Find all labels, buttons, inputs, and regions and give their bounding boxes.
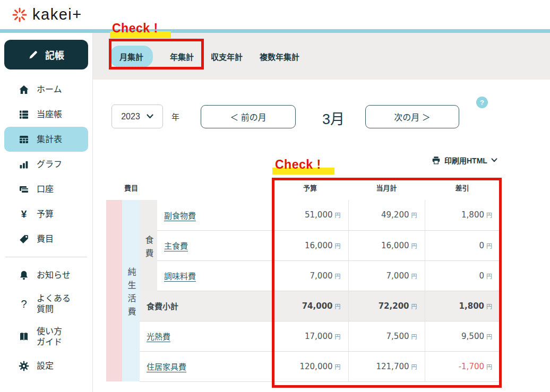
sidebar-item-news[interactable]: お知らせ xyxy=(4,263,88,288)
ledger-icon xyxy=(18,109,30,120)
sidebar-item-label: 費目 xyxy=(37,234,54,245)
header-accent-line xyxy=(0,29,550,33)
entry-button[interactable]: 記帳 xyxy=(4,40,88,69)
sidebar-item-accounts[interactable]: 口座 xyxy=(4,177,88,202)
column-header-budget: 予算 xyxy=(272,175,348,200)
subtotal-row: 食費小計 74,000円 72,200円 1,800円 xyxy=(106,291,500,321)
sidebar-item-budget[interactable]: ¥ 予算 xyxy=(4,202,88,227)
subgroup-label-cell: 食費 xyxy=(140,200,157,291)
print-html-label: 印刷用HTML xyxy=(444,155,487,165)
item-link[interactable]: 光熱費 xyxy=(147,332,170,341)
sidebar-item-label: よくある質問 xyxy=(37,293,71,315)
table-row: 純生活費 食費 副食物費 51,000円 49,200円 1,800円 xyxy=(106,200,500,230)
column-header-item: 費目 xyxy=(106,175,272,200)
sidebar-item-label: 使い方ガイド xyxy=(37,326,62,347)
bar-chart-icon xyxy=(18,159,30,170)
sidebar-item-label: 集計表 xyxy=(37,134,62,145)
subtotal-label: 食費小計 xyxy=(140,291,272,321)
item-link[interactable]: 主食費 xyxy=(164,241,188,250)
sidebar-item-label: グラフ xyxy=(37,159,62,170)
pencil-icon xyxy=(28,49,39,60)
item-link[interactable]: 住居家具費 xyxy=(147,362,186,371)
column-header-month-total: 当月計 xyxy=(348,175,425,200)
sidebar-item-settings[interactable]: 設定 xyxy=(4,353,88,378)
app-logo[interactable]: kakei+ xyxy=(12,6,82,23)
table-icon xyxy=(18,134,30,145)
item-link[interactable]: 副食物費 xyxy=(164,211,196,220)
subgroup-label: 食費 xyxy=(142,236,155,262)
app-page: kakei+ 記帳 ホーム xyxy=(0,0,550,392)
year-select[interactable]: 2023 xyxy=(111,104,163,128)
group-strip-pink xyxy=(106,200,122,381)
prev-month-button[interactable]: ＜ 前の月 xyxy=(201,105,296,128)
table-row: 住居家具費 120,000円 121,700円 -1,700円 xyxy=(106,351,500,381)
entry-button-label: 記帳 xyxy=(45,48,64,62)
tab-yearly-summary[interactable]: 年集計 xyxy=(170,46,194,67)
sidebar-item-summary-table[interactable]: 集計表 xyxy=(4,127,88,152)
item-link[interactable]: 調味料費 xyxy=(164,272,196,281)
sidebar: 記帳 ホーム 当座帳 xyxy=(0,33,93,392)
next-month-button[interactable]: 次の月 ＞ xyxy=(365,105,459,128)
yen-icon: ¥ xyxy=(18,209,30,219)
tab-monthly-summary[interactable]: 月集計 xyxy=(110,46,153,67)
summary-tabs: 月集計 年集計 収支年計 複数年集計 xyxy=(93,33,550,80)
tab-multi-year-summary[interactable]: 複数年集計 xyxy=(260,46,299,67)
year-select-value: 2023 xyxy=(121,112,140,121)
table-row: 調味料費 7,000円 7,000円 0円 xyxy=(106,260,500,291)
cards-icon xyxy=(18,184,30,195)
sidebar-divider xyxy=(5,257,87,257)
bell-icon xyxy=(18,270,30,281)
app-header: kakei+ xyxy=(0,0,550,29)
sidebar-item-graph[interactable]: グラフ xyxy=(4,152,88,177)
sidebar-item-label: 当座帳 xyxy=(37,109,62,120)
logo-text: kakei+ xyxy=(32,6,82,23)
sidebar-item-label: 設定 xyxy=(37,361,54,371)
sidebar-item-label: 口座 xyxy=(37,184,54,195)
chevron-down-icon xyxy=(147,114,153,119)
print-html-control[interactable]: 印刷用HTML xyxy=(432,155,497,165)
group-label-cell: 純生活費 xyxy=(122,200,140,381)
table-row: 主食費 16,000円 16,000円 0円 xyxy=(106,230,500,260)
monthly-summary-table: 費目 予算 当月計 差引 純生活費 食費 副食物費 xyxy=(106,175,500,382)
main-area: 月集計 年集計 収支年計 複数年集計 2023 年 ＜ 前の月 3月 xyxy=(93,33,550,392)
help-button[interactable]: ? xyxy=(476,97,488,108)
column-header-balance: 差引 xyxy=(425,175,500,200)
logo-burst-icon xyxy=(12,7,28,23)
chevron-down-icon xyxy=(491,158,497,162)
content-panel: 2023 年 ＜ 前の月 3月 次の月 ＞ ? xyxy=(93,80,550,392)
home-icon xyxy=(18,84,30,95)
sidebar-item-guide[interactable]: 使い方ガイド xyxy=(4,320,88,353)
sidebar-item-ledger[interactable]: 当座帳 xyxy=(4,102,88,127)
sidebar-item-home[interactable]: ホーム xyxy=(4,77,88,102)
gear-icon xyxy=(18,361,30,371)
sidebar-item-label: 予算 xyxy=(37,209,54,220)
sidebar-item-faq[interactable]: ? よくある質問 xyxy=(4,288,88,320)
sidebar-item-categories[interactable]: 費目 xyxy=(4,227,88,251)
current-month-label: 3月 xyxy=(310,108,357,128)
table-header-row: 費目 予算 当月計 差引 xyxy=(106,175,500,200)
group-label: 純生活費 xyxy=(125,267,138,320)
question-icon: ? xyxy=(18,299,30,309)
table-row: 光熱費 17,000円 7,500円 9,500円 xyxy=(106,321,500,351)
guide-book-icon xyxy=(18,332,30,342)
tab-income-expense-annual[interactable]: 収支年計 xyxy=(211,46,243,67)
sidebar-item-label: お知らせ xyxy=(37,270,71,281)
year-suffix-label: 年 xyxy=(171,111,179,122)
tag-icon xyxy=(18,234,30,245)
sidebar-item-label: ホーム xyxy=(37,84,62,95)
printer-icon xyxy=(432,156,441,165)
